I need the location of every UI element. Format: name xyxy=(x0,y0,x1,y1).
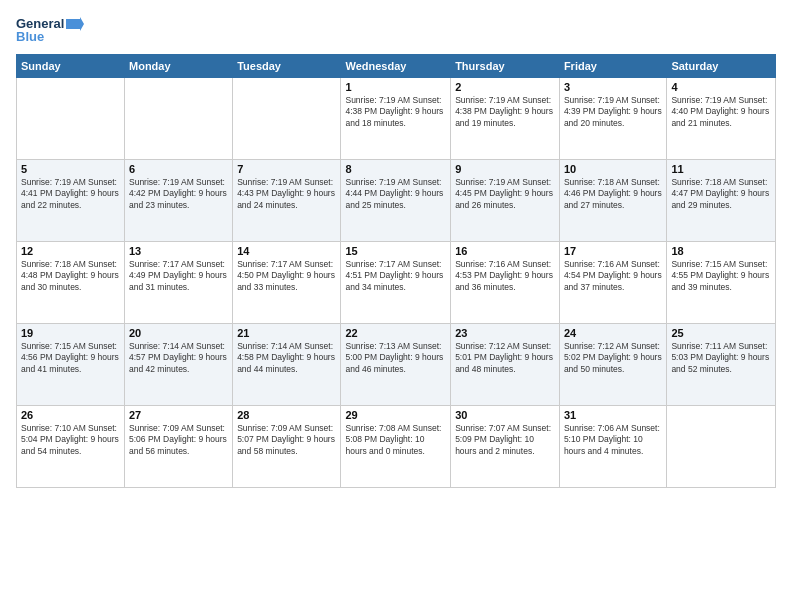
day-info: Sunrise: 7:18 AM Sunset: 4:46 PM Dayligh… xyxy=(564,177,662,211)
calendar-day: 15Sunrise: 7:17 AM Sunset: 4:51 PM Dayli… xyxy=(341,242,451,324)
day-info: Sunrise: 7:19 AM Sunset: 4:39 PM Dayligh… xyxy=(564,95,662,129)
day-info: Sunrise: 7:19 AM Sunset: 4:44 PM Dayligh… xyxy=(345,177,446,211)
calendar-day: 13Sunrise: 7:17 AM Sunset: 4:49 PM Dayli… xyxy=(125,242,233,324)
day-number: 5 xyxy=(21,163,120,175)
calendar-day: 3Sunrise: 7:19 AM Sunset: 4:39 PM Daylig… xyxy=(559,78,666,160)
calendar-day: 11Sunrise: 7:18 AM Sunset: 4:47 PM Dayli… xyxy=(667,160,776,242)
day-number: 13 xyxy=(129,245,228,257)
calendar-day xyxy=(17,78,125,160)
day-info: Sunrise: 7:19 AM Sunset: 4:38 PM Dayligh… xyxy=(345,95,446,129)
day-info: Sunrise: 7:19 AM Sunset: 4:41 PM Dayligh… xyxy=(21,177,120,211)
calendar-week-2: 5Sunrise: 7:19 AM Sunset: 4:41 PM Daylig… xyxy=(17,160,776,242)
calendar-day: 25Sunrise: 7:11 AM Sunset: 5:03 PM Dayli… xyxy=(667,324,776,406)
day-info: Sunrise: 7:09 AM Sunset: 5:07 PM Dayligh… xyxy=(237,423,336,457)
day-number: 19 xyxy=(21,327,120,339)
calendar-day: 6Sunrise: 7:19 AM Sunset: 4:42 PM Daylig… xyxy=(125,160,233,242)
weekday-header-monday: Monday xyxy=(125,55,233,78)
logo-blue: Blue xyxy=(16,29,44,44)
day-info: Sunrise: 7:19 AM Sunset: 4:45 PM Dayligh… xyxy=(455,177,555,211)
day-number: 30 xyxy=(455,409,555,421)
day-info: Sunrise: 7:19 AM Sunset: 4:38 PM Dayligh… xyxy=(455,95,555,129)
day-number: 23 xyxy=(455,327,555,339)
day-info: Sunrise: 7:18 AM Sunset: 4:47 PM Dayligh… xyxy=(671,177,771,211)
day-number: 2 xyxy=(455,81,555,93)
day-info: Sunrise: 7:17 AM Sunset: 4:49 PM Dayligh… xyxy=(129,259,228,293)
calendar-day xyxy=(233,78,341,160)
day-number: 4 xyxy=(671,81,771,93)
day-number: 7 xyxy=(237,163,336,175)
day-number: 15 xyxy=(345,245,446,257)
day-number: 10 xyxy=(564,163,662,175)
day-info: Sunrise: 7:08 AM Sunset: 5:08 PM Dayligh… xyxy=(345,423,446,457)
calendar-week-5: 26Sunrise: 7:10 AM Sunset: 5:04 PM Dayli… xyxy=(17,406,776,488)
weekday-header-tuesday: Tuesday xyxy=(233,55,341,78)
day-number: 22 xyxy=(345,327,446,339)
day-info: Sunrise: 7:17 AM Sunset: 4:51 PM Dayligh… xyxy=(345,259,446,293)
calendar-day: 26Sunrise: 7:10 AM Sunset: 5:04 PM Dayli… xyxy=(17,406,125,488)
calendar-day: 23Sunrise: 7:12 AM Sunset: 5:01 PM Dayli… xyxy=(451,324,560,406)
day-number: 14 xyxy=(237,245,336,257)
weekday-header-sunday: Sunday xyxy=(17,55,125,78)
weekday-header-saturday: Saturday xyxy=(667,55,776,78)
calendar-week-3: 12Sunrise: 7:18 AM Sunset: 4:48 PM Dayli… xyxy=(17,242,776,324)
day-number: 28 xyxy=(237,409,336,421)
calendar-day: 10Sunrise: 7:18 AM Sunset: 4:46 PM Dayli… xyxy=(559,160,666,242)
day-info: Sunrise: 7:11 AM Sunset: 5:03 PM Dayligh… xyxy=(671,341,771,375)
day-number: 17 xyxy=(564,245,662,257)
day-info: Sunrise: 7:19 AM Sunset: 4:43 PM Dayligh… xyxy=(237,177,336,211)
day-info: Sunrise: 7:19 AM Sunset: 4:42 PM Dayligh… xyxy=(129,177,228,211)
page-header: General Blue xyxy=(16,16,776,44)
calendar-day: 1Sunrise: 7:19 AM Sunset: 4:38 PM Daylig… xyxy=(341,78,451,160)
day-number: 3 xyxy=(564,81,662,93)
calendar-day: 30Sunrise: 7:07 AM Sunset: 5:09 PM Dayli… xyxy=(451,406,560,488)
weekday-header-friday: Friday xyxy=(559,55,666,78)
calendar-day: 14Sunrise: 7:17 AM Sunset: 4:50 PM Dayli… xyxy=(233,242,341,324)
logo-arrow-icon xyxy=(66,17,84,31)
day-info: Sunrise: 7:15 AM Sunset: 4:55 PM Dayligh… xyxy=(671,259,771,293)
calendar-day: 8Sunrise: 7:19 AM Sunset: 4:44 PM Daylig… xyxy=(341,160,451,242)
day-number: 9 xyxy=(455,163,555,175)
calendar-day: 24Sunrise: 7:12 AM Sunset: 5:02 PM Dayli… xyxy=(559,324,666,406)
calendar-day: 17Sunrise: 7:16 AM Sunset: 4:54 PM Dayli… xyxy=(559,242,666,324)
calendar-day: 7Sunrise: 7:19 AM Sunset: 4:43 PM Daylig… xyxy=(233,160,341,242)
calendar-day xyxy=(125,78,233,160)
day-info: Sunrise: 7:17 AM Sunset: 4:50 PM Dayligh… xyxy=(237,259,336,293)
day-info: Sunrise: 7:18 AM Sunset: 4:48 PM Dayligh… xyxy=(21,259,120,293)
calendar-day: 4Sunrise: 7:19 AM Sunset: 4:40 PM Daylig… xyxy=(667,78,776,160)
weekday-header-wednesday: Wednesday xyxy=(341,55,451,78)
day-number: 11 xyxy=(671,163,771,175)
day-info: Sunrise: 7:12 AM Sunset: 5:01 PM Dayligh… xyxy=(455,341,555,375)
calendar-day: 21Sunrise: 7:14 AM Sunset: 4:58 PM Dayli… xyxy=(233,324,341,406)
calendar-day: 2Sunrise: 7:19 AM Sunset: 4:38 PM Daylig… xyxy=(451,78,560,160)
day-info: Sunrise: 7:14 AM Sunset: 4:58 PM Dayligh… xyxy=(237,341,336,375)
calendar-day: 31Sunrise: 7:06 AM Sunset: 5:10 PM Dayli… xyxy=(559,406,666,488)
day-number: 24 xyxy=(564,327,662,339)
logo-container: General Blue xyxy=(16,16,84,44)
calendar-week-1: 1Sunrise: 7:19 AM Sunset: 4:38 PM Daylig… xyxy=(17,78,776,160)
calendar-day: 19Sunrise: 7:15 AM Sunset: 4:56 PM Dayli… xyxy=(17,324,125,406)
calendar-day: 27Sunrise: 7:09 AM Sunset: 5:06 PM Dayli… xyxy=(125,406,233,488)
day-number: 31 xyxy=(564,409,662,421)
day-number: 12 xyxy=(21,245,120,257)
calendar-day: 16Sunrise: 7:16 AM Sunset: 4:53 PM Dayli… xyxy=(451,242,560,324)
day-number: 25 xyxy=(671,327,771,339)
calendar-day: 12Sunrise: 7:18 AM Sunset: 4:48 PM Dayli… xyxy=(17,242,125,324)
day-number: 6 xyxy=(129,163,228,175)
calendar-day: 28Sunrise: 7:09 AM Sunset: 5:07 PM Dayli… xyxy=(233,406,341,488)
day-number: 16 xyxy=(455,245,555,257)
weekday-header-thursday: Thursday xyxy=(451,55,560,78)
day-number: 27 xyxy=(129,409,228,421)
calendar-week-4: 19Sunrise: 7:15 AM Sunset: 4:56 PM Dayli… xyxy=(17,324,776,406)
day-info: Sunrise: 7:10 AM Sunset: 5:04 PM Dayligh… xyxy=(21,423,120,457)
day-number: 1 xyxy=(345,81,446,93)
day-info: Sunrise: 7:12 AM Sunset: 5:02 PM Dayligh… xyxy=(564,341,662,375)
day-number: 20 xyxy=(129,327,228,339)
day-info: Sunrise: 7:14 AM Sunset: 4:57 PM Dayligh… xyxy=(129,341,228,375)
day-info: Sunrise: 7:07 AM Sunset: 5:09 PM Dayligh… xyxy=(455,423,555,457)
day-info: Sunrise: 7:16 AM Sunset: 4:53 PM Dayligh… xyxy=(455,259,555,293)
day-info: Sunrise: 7:15 AM Sunset: 4:56 PM Dayligh… xyxy=(21,341,120,375)
day-number: 29 xyxy=(345,409,446,421)
day-number: 21 xyxy=(237,327,336,339)
calendar-day: 9Sunrise: 7:19 AM Sunset: 4:45 PM Daylig… xyxy=(451,160,560,242)
day-info: Sunrise: 7:13 AM Sunset: 5:00 PM Dayligh… xyxy=(345,341,446,375)
